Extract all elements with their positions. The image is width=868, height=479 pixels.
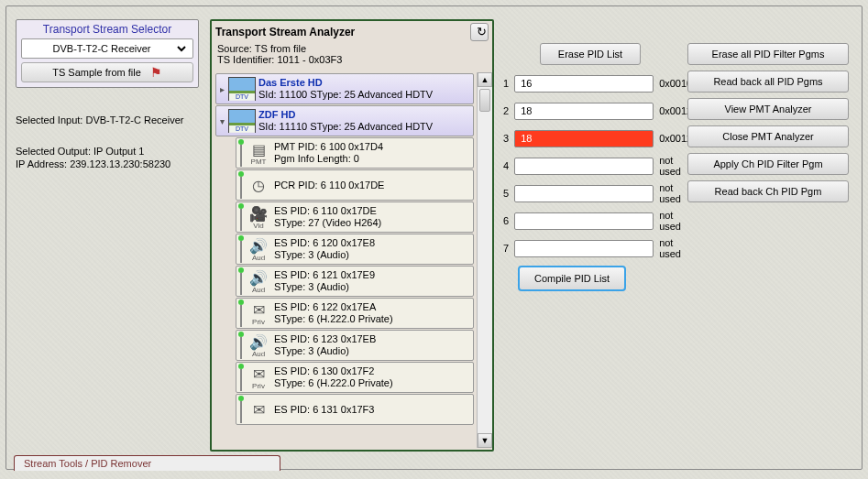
input-select[interactable]: DVB-T-T2-C Receiver	[26, 42, 189, 55]
read-back-ch-pid-pgm-button[interactable]: Read back Ch PID Pgm	[687, 180, 849, 202]
es-line2: SType: 3 (Audio)	[274, 281, 375, 293]
read-back-all-pid-pgms-button[interactable]: Read back all PID Pgms	[687, 71, 849, 93]
compile-pid-list-button[interactable]: Compile PID List	[518, 266, 626, 291]
pid-row: 30x0012	[503, 128, 677, 148]
pid-index: 2	[503, 105, 509, 116]
pid-hex: not used	[659, 237, 681, 259]
es-line1: ES PID: 6 123 0x17EB	[274, 333, 376, 345]
es-line1: ES PID: 6 130 0x17F2	[274, 365, 393, 377]
pid-input[interactable]	[514, 212, 654, 230]
selected-output: Selected Output: IP Output 1	[16, 146, 144, 157]
flag-icon: ⚑	[150, 65, 162, 80]
es-line2: SType: 6 (H.222.0 Private)	[274, 313, 393, 325]
service-row[interactable]: ▸DTVDas Erste HDSId: 11100 SType: 25 Adv…	[215, 73, 474, 104]
pid-index: 6	[503, 215, 509, 226]
es-type-icon: ✉Priv	[246, 301, 271, 326]
pid-index: 1	[503, 78, 509, 89]
pid-list-column: Erase PID List 10x001020x001230x00124not…	[503, 43, 677, 291]
selector-title: Transport Stream Selector	[21, 23, 193, 36]
transport-stream-analyzer: Transport Stream Analyzer ↻ Source: TS f…	[210, 19, 494, 452]
es-type-icon: 🔊Aud	[246, 333, 271, 358]
es-line1: PCR PID: 6 110 0x17DE	[274, 180, 384, 191]
ts-sample-button[interactable]: TS Sample from file ⚑	[21, 62, 193, 82]
pid-row: 6not used	[503, 211, 677, 231]
ts-sample-label: TS Sample from file	[52, 67, 141, 78]
analyzer-title: Transport Stream Analyzer	[215, 26, 355, 38]
tv-icon: DTV	[228, 109, 256, 133]
pid-input[interactable]	[514, 240, 654, 257]
pid-row: 20x0012	[503, 101, 677, 121]
scroll-thumb[interactable]	[479, 89, 490, 112]
es-line1: ES PID: 6 110 0x17DE	[274, 205, 381, 217]
pid-index: 5	[503, 188, 509, 199]
es-line2: SType: 3 (Audio)	[274, 345, 376, 357]
es-row[interactable]: ◷PCR PID: 6 110 0x17DE	[236, 169, 474, 201]
apply-ch-pid-filter-pgm-button[interactable]: Apply Ch PID Filter Pgm	[687, 153, 849, 175]
view-pmt-analyzer-button[interactable]: View PMT Analyzer	[687, 98, 849, 120]
pid-index: 3	[503, 133, 509, 144]
es-row[interactable]: 🔊AudES PID: 6 121 0x17E9SType: 3 (Audio)	[236, 266, 474, 297]
analyzer-source: Source: TS from file	[212, 43, 492, 54]
pid-input[interactable]	[514, 75, 654, 93]
transport-stream-selector: Transport Stream Selector DVB-T-T2-C Rec…	[16, 19, 199, 88]
es-type-icon: 🎥Vid	[246, 205, 271, 230]
es-type-icon: ▤PMT	[246, 141, 271, 166]
erase-pid-list-button[interactable]: Erase PID List	[540, 43, 641, 65]
es-type-icon: 🔊Aud	[246, 237, 271, 262]
es-type-icon: ✉Priv	[246, 365, 271, 390]
pid-index: 7	[503, 243, 509, 254]
tv-icon: DTV	[228, 77, 256, 101]
service-row[interactable]: ▾DTVZDF HDSId: 11110 SType: 25 Advanced …	[215, 105, 474, 136]
es-line1: PMT PID: 6 100 0x17D4	[274, 141, 383, 153]
pid-hex: not used	[659, 182, 681, 204]
service-name: ZDF HD	[258, 109, 433, 121]
pid-input[interactable]	[514, 185, 654, 202]
tab-stream-tools[interactable]: Stream Tools / PID Remover	[14, 455, 280, 471]
es-row[interactable]: 🎥VidES PID: 6 110 0x17DESType: 27 (Video…	[236, 201, 474, 233]
pid-row: 4not used	[503, 156, 677, 176]
es-line1: ES PID: 6 121 0x17E9	[274, 269, 375, 281]
es-line1: ES PID: 6 120 0x17E8	[274, 237, 375, 249]
service-sub: SId: 11100 SType: 25 Advanced HDTV	[258, 89, 433, 101]
pid-input[interactable]	[514, 103, 654, 120]
close-pmt-analyzer-button[interactable]: Close PMT Analyzer	[687, 125, 849, 147]
pid-hex: not used	[659, 210, 681, 232]
es-type-icon: 🔊Aud	[246, 269, 271, 294]
refresh-button[interactable]: ↻	[470, 23, 489, 41]
analyzer-scrollbar[interactable]: ▲ ▼	[477, 72, 492, 448]
scroll-down-icon[interactable]: ▼	[478, 433, 492, 448]
es-line2: SType: 6 (H.222.0 Private)	[274, 377, 393, 389]
es-row[interactable]: 🔊AudES PID: 6 120 0x17E8SType: 3 (Audio)	[236, 234, 474, 265]
service-sub: SId: 11110 SType: 25 Advanced HDTV	[258, 121, 433, 133]
input-combo[interactable]: DVB-T-T2-C Receiver	[21, 38, 193, 59]
es-line2: SType: 27 (Video H264)	[274, 217, 381, 229]
expander-icon[interactable]: ▸	[218, 84, 225, 94]
pid-row: 7not used	[503, 238, 677, 258]
ip-address: IP Address: 239.123.13.230:58230	[16, 158, 170, 169]
pid-row: 5not used	[503, 183, 677, 203]
es-line1: ES PID: 6 122 0x17EA	[274, 301, 393, 313]
es-row[interactable]: 🔊AudES PID: 6 123 0x17EBSType: 3 (Audio)	[236, 330, 474, 361]
es-row[interactable]: ✉PrivES PID: 6 122 0x17EASType: 6 (H.222…	[236, 298, 474, 329]
es-row[interactable]: ✉ES PID: 6 131 0x17F3	[236, 394, 474, 425]
erase-all-pid-filter-pgms-button[interactable]: Erase all PID Filter Pgms	[687, 43, 849, 65]
es-row[interactable]: ✉PrivES PID: 6 130 0x17F2SType: 6 (H.222…	[236, 362, 474, 393]
expander-icon[interactable]: ▾	[218, 116, 225, 126]
es-line1: ES PID: 6 131 0x17F3	[274, 404, 374, 416]
service-name: Das Erste HD	[258, 77, 433, 89]
scroll-up-icon[interactable]: ▲	[478, 72, 492, 87]
pid-input[interactable]	[514, 130, 654, 147]
right-button-column: Erase all PID Filter PgmsRead back all P…	[687, 43, 849, 202]
selected-input: Selected Input: DVB-T-T2-C Receiver	[16, 114, 183, 125]
pid-index: 4	[503, 160, 509, 171]
es-line2: SType: 3 (Audio)	[274, 249, 375, 261]
pid-hex: not used	[659, 155, 681, 177]
es-line2: Pgm Info Length: 0	[274, 153, 383, 165]
es-row[interactable]: ▤PMTPMT PID: 6 100 0x17D4Pgm Info Length…	[236, 137, 474, 169]
pid-row: 10x0010	[503, 73, 677, 93]
es-type-icon: ◷	[246, 177, 271, 194]
pid-input[interactable]	[514, 158, 654, 175]
es-type-icon: ✉	[246, 401, 271, 419]
analyzer-tsid: TS Identifier: 1011 - 0x03F3	[212, 54, 492, 65]
